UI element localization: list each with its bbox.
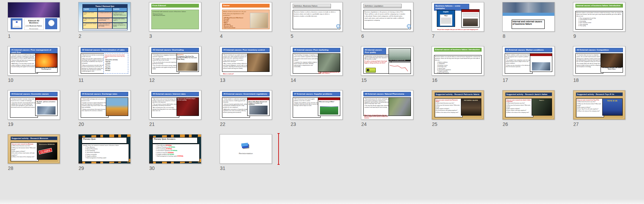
lead-text: Which of these businesses do you think w… [223, 11, 250, 17]
slide-10-thumbnail[interactable]: #1 Internal causes: Poor management of c… [8, 46, 60, 76]
cause-text-box: 84% of businesses have faced supplier pr… [293, 97, 321, 118]
slide-cell: #6 External causes: Government regulatio… [220, 90, 271, 127]
slide-11-thumbnail[interactable]: #2 Internal causes: Overestimation of sa… [78, 46, 131, 76]
slide-16-thumbnail[interactable]: External causes of business failure: Int… [432, 46, 484, 76]
research-intro: Carry out some research into Patisserie … [436, 99, 462, 102]
slide-cell: StarterWhich of these businesses do you … [220, 2, 271, 39]
slide-8-thumbnail[interactable]: Internal and external causes of business… [502, 2, 555, 32]
faq-line [441, 19, 451, 19]
plenary-item-text: Failure to innovate [87, 154, 97, 155]
bullet-text: It weakens the company's ability to adap… [294, 62, 320, 68]
slide-2-thumbnail[interactable]: Theme 2 Retrieval Quiz1 point2 points3 p… [78, 2, 131, 32]
slide-27-thumbnail[interactable]: Suggested activity - Research Toys R UsC… [573, 90, 625, 120]
slide-21-thumbnail[interactable]: #5 External causes: Interest ratesHigh i… [149, 90, 201, 120]
wilko-photo [320, 107, 338, 115]
quiz-cell: B. What is the 'acid test ratio'? [83, 18, 98, 23]
blue-stripe [503, 13, 554, 16]
slide-title-bar: Suggested activity - Research Jamie's It… [505, 93, 552, 96]
table-title-row: Theme 2 Retrieval Quiz [83, 4, 127, 8]
plenary-title-box: Plenary Quiz [82, 137, 127, 143]
slide-number: 12 [149, 77, 201, 83]
slide-7-thumbnail[interactable]: Business failures – some examplesmaplinF… [432, 2, 484, 32]
plenary-list: Poor efficiencyNatural PhenomenaPoor mar… [83, 147, 128, 159]
slide-3-thumbnail[interactable]: From Edexcela) Internal and external cau… [149, 2, 201, 32]
slide-29-thumbnail[interactable]: Plenary QuizIdentify if these are intern… [78, 134, 131, 164]
lead-text: a) Internal and external causes of busin… [152, 11, 195, 13]
slide-30-thumbnail[interactable]: Plenary Quiz AnswersPoor efficiency INTE… [149, 134, 201, 164]
slide-cell: Suggested activity - Research Jamie's It… [502, 90, 554, 127]
slide-number: 15 [361, 77, 413, 83]
cause-image: Entrepreneur5 Companies That Grew Too Qu… [177, 53, 199, 72]
plenary-item-text: Government regulations [157, 150, 170, 151]
quiz-cell: F. Give 1 advantage and 1 disadvantage o… [98, 23, 112, 29]
research-question: 4) Do either of these retail names still… [12, 152, 38, 156]
slide-cell: #7 External causes: Supplier problems84%… [290, 90, 342, 127]
slide-cell: #6 Internal causes: Poor qualityQuality … [361, 46, 413, 83]
slide-19-thumbnail[interactable]: #3 External causes: Economic causesDurin… [8, 90, 60, 120]
slide-13-thumbnail[interactable]: #4 Internal causes: Poor inventory contr… [220, 46, 272, 76]
slide-5-thumbnail[interactable]: Definition: Business FailureBusiness fai… [290, 2, 343, 32]
plenary-body-box: Poor efficiency INTERNALNatural Phenomen… [152, 144, 200, 162]
cause-text-box: Overly complex or costly laws and regula… [222, 97, 250, 118]
slide-28-thumbnail[interactable]: Suggested activity - Research MonsoonCar… [8, 134, 60, 164]
slide-number: 4 [220, 33, 271, 39]
brand-storefront-image: TOYS Я US [602, 98, 623, 116]
slide-26-thumbnail[interactable]: Suggested activity - Research Jamie's It… [502, 90, 555, 120]
slide-4-thumbnail[interactable]: StarterWhich of these businesses do you … [220, 2, 272, 32]
slide-cell: Definition: LiquidationBusiness liquidat… [361, 2, 413, 39]
image-caption-top: High interest rates will lead to a drop … [177, 98, 198, 101]
question-box: Carry out some research into Toys R Us1)… [576, 98, 604, 117]
plenary-item-text: Bad management of working capital [157, 155, 177, 157]
definition-text: Business liquidation is the process of c… [364, 11, 406, 21]
slide-cell: #4 External causes: Exchange ratesUnfavo… [78, 90, 130, 127]
news-site-banner [36, 98, 57, 100]
slide-cell: #2 External causes: CompetitionIf a busi… [573, 46, 625, 83]
news-site-banner [462, 10, 479, 12]
image-caption-red: Do you remember this marketing 'war' and… [319, 72, 340, 74]
slide-17-thumbnail[interactable]: #1 External causes: Market conditionsMar… [502, 46, 555, 76]
slide-number: 26 [503, 121, 554, 127]
slide-number: 9 [573, 33, 625, 39]
slide-1-thumbnail[interactable]: RevisionstationEdexcel A2 Business2.3.3 … [8, 2, 60, 32]
slide-number: 24 [361, 121, 413, 127]
intro-lead: Business failure can also be down to ext… [435, 56, 481, 61]
slide-12-thumbnail[interactable]: #3 Internal causes: OvertradingOvertradi… [149, 46, 201, 76]
cause-text-box: High interest rates increase borrowing c… [151, 97, 179, 118]
slide-number: 18 [573, 77, 625, 83]
slide-24-thumbnail[interactable]: #8 External causes: Natural PhenomenaNat… [361, 90, 413, 120]
slide-25-thumbnail[interactable]: Suggested activity - Research Patisserie… [432, 90, 484, 120]
vw-car-photo [389, 48, 411, 61]
slide-14-thumbnail[interactable]: #5 Internal causes: Poor marketingPoor b… [290, 46, 343, 76]
bullet-text: This can lead to the business having a d… [152, 65, 178, 69]
slide-9-thumbnail[interactable]: Internal causes of business failure: Int… [573, 2, 625, 32]
slide-18-thumbnail[interactable]: #2 External causes: CompetitionIf a busi… [573, 46, 625, 76]
plenary-title: Plenary Quiz Answers [154, 138, 196, 140]
plenary-item-text: Failure to innovate [157, 152, 168, 153]
food-hygiene-rating-badge: 1 [366, 68, 376, 73]
slide-20-thumbnail[interactable]: #4 External causes: Exchange ratesUnfavo… [78, 90, 131, 120]
presentation-title: Edexcel A2 Business [24, 20, 43, 24]
cause-text-box: Excess inventory ties up capital and inc… [222, 53, 250, 72]
bullet-text: Overly complex or costly laws and regula… [223, 98, 249, 103]
slide-cell: Suggested activity - Research Patisserie… [432, 90, 483, 127]
cause-image [106, 97, 128, 116]
slide-cell: Suggested activity - Research MonsoonCar… [8, 134, 59, 171]
insertion-point-indicator[interactable] [278, 133, 279, 165]
red-question-text: If a café or restaurant had a 1star food… [364, 61, 390, 64]
slide-title-bar: #4 Internal causes: Poor inventory contr… [222, 48, 270, 52]
cause-image: What went wrong at Wilko? [318, 97, 340, 116]
news-site-banner [530, 54, 552, 56]
bullet-text: Many new businesses also don't take into… [82, 65, 105, 72]
slide-31-thumbnail[interactable]: Revisionstation [220, 134, 272, 164]
slide-6-thumbnail[interactable]: Definition: LiquidationBusiness liquidat… [361, 2, 413, 32]
plenary-title-box: Plenary Quiz Answers [152, 137, 198, 143]
slide-15-thumbnail[interactable]: #6 Internal causes: Poor qualityQuality … [361, 46, 413, 76]
key-icon [406, 24, 411, 29]
definition-box: Business failure is when a business ceas… [293, 10, 340, 29]
slide-number: 1 [8, 33, 59, 39]
plenary-item-text: Poor efficiency [87, 147, 95, 148]
slide-23-thumbnail[interactable]: #7 External causes: Supplier problems84%… [290, 90, 343, 120]
news-text-line [463, 13, 478, 14]
slide-number: 11 [79, 77, 130, 83]
slide-22-thumbnail[interactable]: #6 External causes: Government regulatio… [220, 90, 272, 120]
